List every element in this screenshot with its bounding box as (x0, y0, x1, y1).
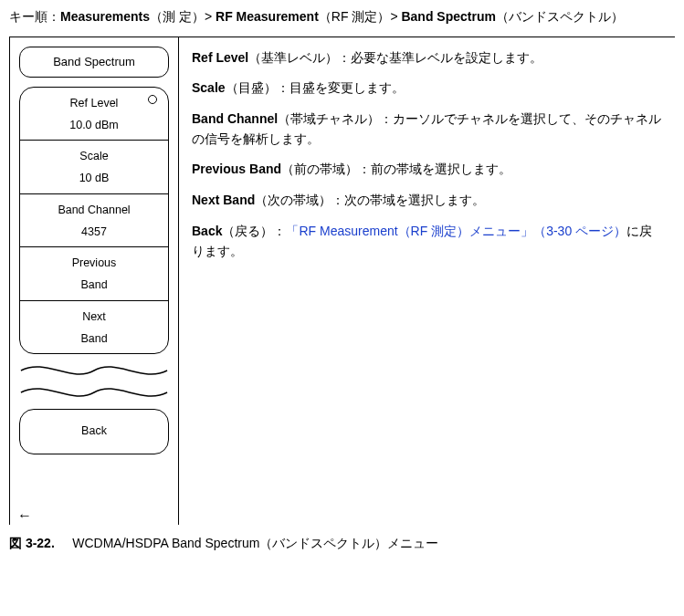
figure-caption: 図 3-22. WCDMA/HSDPA Band Spectrum（バンドスペク… (9, 534, 675, 554)
desc-back: Back（戻る）：「RF Measurement（RF 測定）メニュー」（3-3… (192, 222, 662, 261)
breadcrumb: キー順：Measurements（測 定）> RF Measurement（RF… (9, 7, 675, 27)
desc-term: Previous Band (192, 162, 281, 176)
softkey-value: 4357 (26, 222, 163, 245)
breadcrumb-item-bold: RF Measurement (216, 9, 319, 24)
breadcrumb-prefix: キー順： (9, 9, 60, 24)
breadcrumb-item-paren: （RF 測定） (319, 9, 391, 24)
figure-text: WCDMA/HSDPA Band Spectrum（バンドスペクトル）メニュー (72, 536, 438, 550)
desc-term: Band Channel (192, 111, 278, 126)
desc-band-channel: Band Channel（帯域チャネル）：カーソルでチャネルを選択して、そのチャ… (192, 110, 662, 149)
desc-ref-level: Ref Level（基準レベル）：必要な基準レベルを設定します。 (192, 48, 662, 68)
softkey-back[interactable]: Back (19, 409, 169, 454)
desc-term: Next Band (192, 193, 255, 207)
softkey-next-band[interactable]: Next Band (20, 300, 168, 354)
desc-term: Scale (192, 80, 226, 95)
figure-label: 図 3-22. (9, 536, 55, 550)
softkey-stack: Ref Level 10.0 dBm Scale 10 dB Band Chan… (19, 87, 169, 355)
softkey-value: 10 dB (26, 168, 163, 192)
softkey-label: Scale (26, 146, 163, 168)
desc-previous-band: Previous Band（前の帯域）：前の帯域を選択します。 (192, 160, 662, 180)
breadcrumb-item-bold: Band Spectrum (401, 9, 495, 24)
breadcrumb-item-paren: （測 定） (150, 9, 205, 24)
breadcrumb-sep: > (390, 9, 401, 24)
softkey-label: Previous (26, 253, 163, 275)
desc-scale: Scale（目盛）：目盛を変更します。 (192, 78, 662, 99)
softkey-scale[interactable]: Scale 10 dB (20, 140, 168, 193)
softkey-value: Band (26, 275, 163, 298)
breadcrumb-sep: > (205, 9, 216, 24)
desc-body: ：次の帯域を選択します。 (331, 193, 485, 207)
softkey-ref-level[interactable]: Ref Level 10.0 dBm (20, 88, 168, 141)
softkey-previous-band[interactable]: Previous Band (20, 246, 168, 300)
desc-paren: （帯域チャネル） (278, 111, 380, 126)
softkey-label: Back (81, 424, 107, 437)
softkey-value: 10.0 dBm (26, 115, 163, 139)
desc-paren: （次の帯域） (255, 193, 331, 207)
softkey-label: Next (26, 307, 163, 329)
breadcrumb-item-paren: （バンドスペクトル） (496, 9, 624, 24)
radio-icon (148, 95, 157, 104)
breadcrumb-item-bold: Measurements (60, 9, 150, 24)
link-rf-measurement-menu[interactable]: 「RF Measurement（RF 測定）メニュー」（3-30 ページ） (286, 224, 626, 238)
desc-body: ：前の帯域を選択します。 (358, 162, 511, 176)
softkey-band-channel[interactable]: Band Channel 4357 (20, 193, 168, 247)
desc-paren: （基準レベル） (248, 50, 338, 65)
desc-body: ：目盛を変更します。 (277, 80, 405, 95)
desc-next-band: Next Band（次の帯域）：次の帯域を選択します。 (192, 191, 662, 211)
desc-body: ：必要な基準レベルを設定します。 (338, 50, 542, 65)
desc-term: Back (192, 224, 222, 238)
desc-paren: （前の帯域） (281, 162, 358, 176)
menu-header: Band Spectrum (19, 47, 169, 78)
softkey-label: Ref Level (26, 93, 163, 115)
desc-paren: （戻る） (222, 224, 273, 238)
desc-lead: ： (273, 224, 286, 238)
softkey-column: Band Spectrum Ref Level 10.0 dBm Scale 1… (10, 37, 179, 525)
softkey-value: Band (26, 329, 163, 352)
panel: Band Spectrum Ref Level 10.0 dBm Scale 1… (9, 37, 675, 525)
description-column: Ref Level（基準レベル）：必要な基準レベルを設定します。 Scale（目… (179, 37, 675, 525)
tear-icon (19, 361, 169, 403)
softkey-label: Band Channel (26, 200, 163, 222)
desc-term: Ref Level (192, 50, 248, 65)
arrow-left-icon: ← (17, 508, 32, 523)
desc-paren: （目盛） (226, 80, 277, 95)
